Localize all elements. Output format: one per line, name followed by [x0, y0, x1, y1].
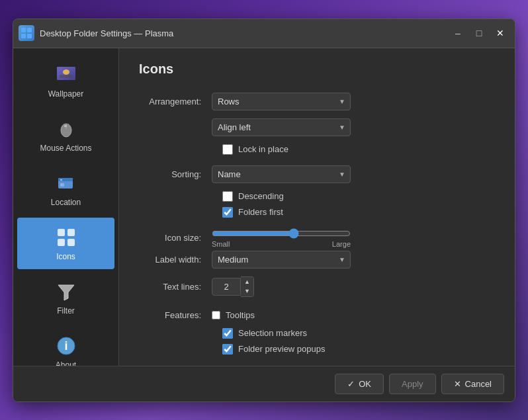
arrangement-label: Arrangement: [139, 97, 212, 106]
slider-min-label: Small [212, 240, 230, 248]
sorting-select[interactable]: Name Size Date Type [212, 165, 351, 183]
title-bar: Desktop Folder Settings — Plasma – □ ✕ [13, 19, 515, 48]
folders-first-label: Folders first [238, 207, 283, 217]
wallpaper-icon [54, 63, 78, 87]
selection-markers-checkbox[interactable] [222, 328, 233, 339]
svg-point-7 [63, 69, 69, 75]
arrangement-row: Arrangement: Rows Columns [139, 93, 495, 110]
folders-first-row: Folders first [222, 207, 495, 218]
svg-rect-19 [67, 239, 75, 246]
sidebar-label-location: Location [51, 198, 81, 207]
svg-rect-1 [27, 28, 32, 32]
window-title: Desktop Folder Settings — Plasma [40, 28, 173, 38]
selection-markers-row: Selection markers [222, 328, 495, 339]
arrangement-select[interactable]: Rows Columns [212, 93, 351, 110]
apply-label: Apply [402, 379, 423, 389]
ok-icon: ✓ [347, 379, 355, 389]
lock-label: Lock in place [238, 144, 288, 154]
sorting-row: Sorting: Name Size Date Type [139, 165, 495, 183]
filter-icon [54, 280, 78, 304]
icon-size-row: Icon size: Small Large [139, 228, 495, 248]
label-width-select[interactable]: Small Medium Large [212, 251, 351, 269]
page-title: Icons [139, 62, 495, 77]
svg-rect-15 [60, 179, 62, 181]
sidebar-item-about[interactable]: i About [17, 326, 114, 366]
title-bar-left: Desktop Folder Settings — Plasma [19, 25, 173, 41]
features-label: Features: [139, 310, 212, 320]
svg-rect-17 [67, 229, 75, 236]
text-lines-input[interactable] [212, 278, 241, 296]
slider-max-label: Large [332, 240, 351, 248]
svg-marker-20 [58, 285, 74, 300]
cancel-button[interactable]: ✕ Cancel [441, 374, 504, 394]
text-lines-spinbox: ▲ ▼ [212, 276, 351, 297]
svg-rect-2 [21, 34, 26, 38]
align-select[interactable]: Align left Align right Align center [212, 118, 351, 136]
sidebar-item-location[interactable]: Location [17, 163, 114, 215]
folders-first-checkbox[interactable] [222, 207, 233, 218]
label-width-label: Label width: [139, 255, 212, 265]
content-area: Icons Arrangement: Rows Columns Align le… [119, 48, 515, 366]
svg-rect-11 [64, 125, 67, 127]
about-icon: i [54, 334, 78, 358]
icon-size-label: Icon size: [139, 233, 212, 243]
tooltips-checkbox[interactable] [212, 311, 220, 319]
spinbox-buttons: ▲ ▼ [241, 276, 254, 297]
descending-checkbox[interactable] [222, 191, 233, 202]
cancel-label: Cancel [465, 379, 492, 389]
ok-label: OK [359, 379, 371, 389]
text-lines-row: Text lines: ▲ ▼ [139, 276, 495, 297]
sidebar-label-filter: Filter [57, 306, 75, 315]
minimize-button[interactable]: – [449, 24, 467, 42]
align-select-wrapper: Align left Align right Align center [212, 118, 351, 136]
lock-row: Lock in place [222, 144, 495, 155]
sidebar-item-wallpaper[interactable]: Wallpaper [17, 55, 114, 106]
ok-button[interactable]: ✓ OK [335, 374, 384, 394]
icons-icon [54, 226, 78, 249]
window-controls: – □ ✕ [449, 24, 509, 42]
cancel-icon: ✕ [454, 379, 461, 389]
svg-rect-6 [60, 75, 73, 78]
location-icon [54, 171, 78, 195]
maximize-button[interactable]: □ [470, 24, 488, 42]
svg-rect-18 [58, 239, 65, 246]
folder-preview-row: Folder preview popups [222, 344, 495, 355]
lock-checkbox[interactable] [222, 144, 233, 155]
folder-preview-label: Folder preview popups [238, 344, 326, 354]
svg-rect-3 [27, 34, 32, 38]
slider-labels: Small Large [212, 240, 351, 248]
apply-button[interactable]: Apply [389, 374, 436, 394]
text-lines-label: Text lines: [139, 282, 212, 292]
mouse-icon [54, 117, 78, 141]
svg-text:i: i [64, 339, 67, 353]
sidebar-label-wallpaper: Wallpaper [48, 89, 84, 99]
sorting-label: Sorting: [139, 169, 212, 179]
window-body: Wallpaper Mouse Actions [13, 48, 515, 366]
sidebar-label-about: About [56, 360, 76, 366]
tooltips-label: Tooltips [226, 310, 255, 320]
svg-rect-16 [58, 229, 65, 236]
descending-row: Descending [222, 191, 495, 202]
icon-size-slider[interactable] [212, 228, 351, 239]
spinbox-up-button[interactable]: ▲ [241, 277, 253, 287]
spinbox-down-button[interactable]: ▼ [241, 286, 253, 296]
sidebar-label-mouse-actions: Mouse Actions [40, 144, 91, 153]
svg-rect-0 [21, 28, 26, 32]
selection-markers-label: Selection markers [238, 328, 307, 338]
main-window: Desktop Folder Settings — Plasma – □ ✕ [13, 19, 515, 402]
label-width-row: Label width: Small Medium Large [139, 251, 495, 269]
tooltips-wrapper: Tooltips [212, 310, 255, 320]
bottom-bar: ✓ OK Apply ✕ Cancel [13, 366, 515, 401]
sidebar-item-filter[interactable]: Filter [17, 272, 114, 323]
sidebar-item-icons[interactable]: Icons [17, 218, 114, 269]
folder-preview-checkbox[interactable] [222, 344, 233, 355]
sidebar-label-icons: Icons [56, 252, 75, 261]
sorting-select-wrapper: Name Size Date Type [212, 165, 351, 183]
close-button[interactable]: ✕ [491, 24, 509, 42]
label-width-select-wrapper: Small Medium Large [212, 251, 351, 269]
arrangement-select-wrapper: Rows Columns [212, 93, 351, 110]
svg-rect-14 [60, 183, 64, 187]
sidebar-item-mouse-actions[interactable]: Mouse Actions [17, 109, 114, 161]
sidebar: Wallpaper Mouse Actions [13, 48, 119, 366]
align-row: Align left Align right Align center [139, 118, 495, 136]
